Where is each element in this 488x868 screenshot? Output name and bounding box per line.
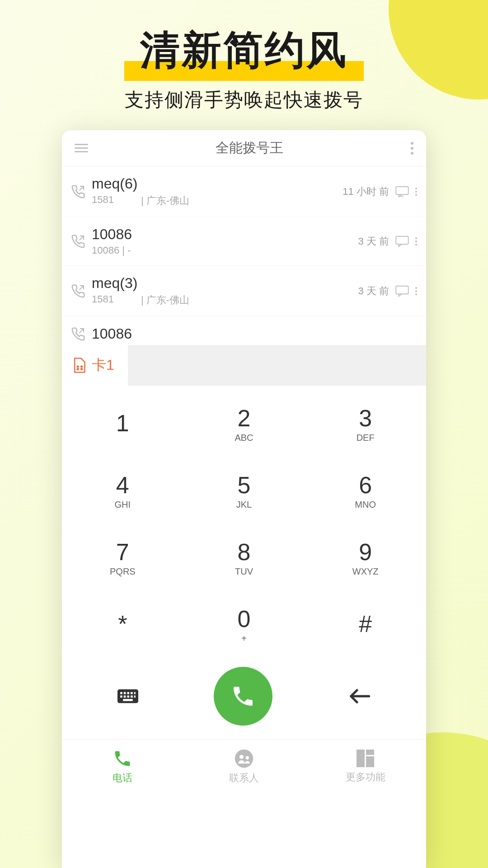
call-time: 3 天 前 [358, 235, 389, 248]
message-icon[interactable] [395, 236, 409, 247]
key-3[interactable]: 3DEF [305, 390, 426, 457]
call-item[interactable]: 10086 [62, 316, 426, 345]
key-4[interactable]: 4GHI [62, 457, 183, 524]
key-hash[interactable]: # [305, 591, 426, 658]
key-1[interactable]: 1 [62, 390, 183, 457]
svg-point-8 [77, 368, 79, 370]
svg-rect-11 [120, 692, 122, 694]
nav-more[interactable]: 更多功能 [305, 740, 426, 793]
headline-title: 清新简约风 [124, 24, 364, 77]
phone-icon [113, 749, 132, 769]
phone-icon [230, 684, 256, 709]
call-time: 11 小时 前 [343, 185, 389, 198]
nav-label: 更多功能 [346, 770, 385, 784]
key-2[interactable]: 2ABC [183, 390, 305, 457]
keyboard-icon[interactable] [117, 689, 138, 704]
nav-label: 联系人 [229, 771, 259, 785]
call-number: 1581 [92, 293, 114, 307]
back-icon[interactable] [348, 687, 371, 705]
sim-bar: 卡1 [62, 345, 426, 386]
svg-point-24 [246, 756, 249, 759]
bottom-nav: 电话 联系人 更多功能 [62, 739, 426, 793]
headline: 清新简约风 支持侧滑手势唤起快速拨号 [0, 0, 488, 113]
grid-icon [357, 750, 375, 768]
svg-rect-15 [134, 692, 136, 694]
dialpad: 1 2ABC 3DEF 4GHI 5JKL 6MNO 7PQRS 8TUV 9W… [62, 390, 426, 658]
call-number: 1581 [92, 194, 114, 208]
call-list: meq(6) 1581 | 广东-佛山 11 小时 前 [62, 166, 426, 345]
call-item[interactable]: meq(3) 1581 | 广东-佛山 3 天 前 [62, 266, 426, 316]
svg-rect-4 [396, 236, 408, 244]
phone-frame: 全能拨号王 meq(6) 1581 | 广东-佛山 11 小时 前 [62, 130, 426, 868]
call-name: 10086 [92, 326, 417, 342]
svg-rect-20 [134, 695, 136, 698]
call-info: meq(3) 1581 | 广东-佛山 [92, 275, 358, 307]
key-5[interactable]: 5JKL [183, 457, 305, 524]
outgoing-call-icon [71, 327, 85, 341]
svg-point-22 [235, 749, 253, 767]
svg-rect-19 [131, 695, 133, 698]
key-9[interactable]: 9WXYZ [305, 524, 426, 591]
headline-subtitle: 支持侧滑手势唤起快速拨号 [0, 87, 488, 113]
item-more-icon[interactable] [415, 287, 417, 295]
svg-rect-5 [396, 286, 408, 294]
call-info: 10086 [92, 326, 417, 342]
svg-rect-18 [127, 695, 130, 698]
action-row [62, 658, 426, 739]
call-info: 10086 10086 | - [92, 226, 358, 256]
call-button[interactable] [214, 667, 272, 726]
svg-point-1 [399, 196, 399, 196]
sim-tab[interactable]: 卡1 [62, 345, 128, 386]
call-number: 10086 | - [92, 245, 131, 256]
svg-rect-21 [123, 699, 133, 701]
svg-rect-16 [120, 695, 122, 698]
svg-point-3 [403, 196, 403, 196]
outgoing-call-icon [71, 234, 85, 249]
svg-point-9 [81, 368, 82, 370]
svg-rect-0 [396, 186, 408, 194]
call-item[interactable]: 10086 10086 | - 3 天 前 [62, 217, 426, 266]
call-location: | 广东-佛山 [141, 194, 189, 208]
contacts-icon [234, 749, 254, 769]
sim-label: 卡1 [92, 355, 114, 375]
svg-rect-14 [131, 692, 133, 694]
call-info: meq(6) 1581 | 广东-佛山 [92, 175, 343, 208]
item-more-icon[interactable] [415, 237, 417, 245]
svg-rect-17 [124, 695, 126, 698]
svg-rect-13 [127, 692, 130, 694]
call-time: 3 天 前 [358, 284, 389, 298]
svg-point-6 [77, 366, 79, 367]
menu-icon[interactable] [75, 144, 88, 152]
key-7[interactable]: 7PQRS [62, 524, 183, 591]
key-8[interactable]: 8TUV [183, 524, 305, 591]
outgoing-call-icon [71, 284, 85, 298]
call-item[interactable]: meq(6) 1581 | 广东-佛山 11 小时 前 [62, 166, 426, 217]
more-icon[interactable] [411, 142, 413, 155]
nav-phone[interactable]: 电话 [62, 740, 183, 793]
sim-icon [73, 358, 85, 373]
call-name: 10086 [92, 226, 358, 243]
call-location: | 广东-佛山 [141, 293, 189, 307]
outgoing-call-icon [71, 184, 85, 199]
app-title: 全能拨号王 [88, 139, 411, 157]
app-header: 全能拨号王 [62, 130, 426, 166]
key-star[interactable]: * [62, 591, 183, 658]
key-0[interactable]: 0+ [183, 591, 305, 658]
svg-rect-12 [124, 692, 126, 694]
nav-label: 电话 [113, 771, 132, 785]
message-icon[interactable] [395, 285, 409, 297]
key-6[interactable]: 6MNO [305, 457, 426, 524]
call-name: meq(3) [92, 275, 358, 292]
svg-point-2 [401, 196, 401, 196]
svg-point-7 [81, 366, 82, 367]
item-more-icon[interactable] [415, 188, 417, 196]
nav-contacts[interactable]: 联系人 [183, 740, 305, 793]
message-icon[interactable] [395, 186, 409, 198]
svg-point-23 [239, 755, 244, 759]
call-name: meq(6) [92, 175, 343, 192]
